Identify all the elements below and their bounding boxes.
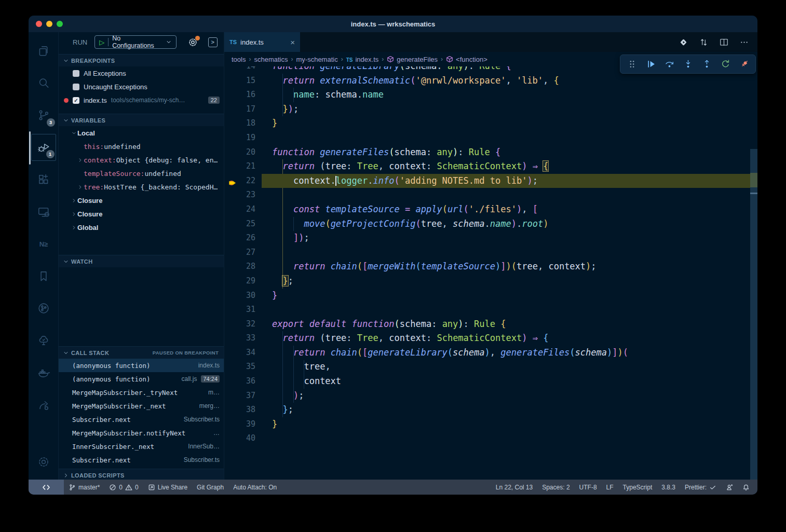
status-cursor-position[interactable]: Ln 22, Col 13 — [491, 480, 537, 495]
close-window-button[interactable] — [36, 21, 42, 27]
breadcrumb-item[interactable]: my-schematic — [296, 56, 338, 63]
code-token: chain — [331, 347, 357, 358]
status-feedback[interactable] — [721, 480, 738, 495]
activity-remote-explorer-button[interactable] — [31, 198, 56, 225]
breadcrumb-item[interactable]: schematics — [254, 56, 288, 63]
activity-search-button[interactable] — [31, 70, 56, 97]
status-notifications[interactable] — [738, 480, 754, 495]
code-token: function — [272, 66, 315, 71]
restart-button[interactable] — [718, 57, 733, 72]
minimize-window-button[interactable] — [46, 21, 52, 27]
variable-row[interactable]: context: Object {debug: false, en… — [59, 153, 224, 167]
activity-settings-button[interactable] — [31, 448, 56, 475]
status-ts-version[interactable]: 3.8.3 — [657, 480, 680, 495]
activity-gitlens-button[interactable] — [31, 295, 56, 322]
call-stack-frame[interactable]: MergeMapSubscriber._tryNextm… — [59, 386, 224, 399]
code-editor[interactable]: 14function generateLibrary(schema: any):… — [224, 66, 757, 480]
breadcrumb-item[interactable]: <function> — [446, 56, 487, 63]
code-token: ( — [464, 204, 469, 214]
continue-button[interactable] — [643, 57, 658, 72]
call-stack-frame[interactable]: MergeMapSubscriber._nextmerg… — [59, 399, 224, 413]
activity-docker-button[interactable] — [31, 359, 56, 386]
breakpoint-row[interactable]: All Exceptions — [59, 66, 224, 80]
close-tab-icon[interactable]: × — [290, 38, 295, 47]
variables-section-header[interactable]: VARIABLES — [59, 114, 224, 126]
scope-row[interactable]: Global — [59, 221, 224, 234]
activity-source-control-button[interactable]: 3 — [31, 102, 56, 129]
status-prettier[interactable]: Prettier: — [680, 480, 721, 495]
variable-row[interactable]: tree: HostTree {_backend: ScopedH… — [59, 180, 224, 194]
drag-handle-button[interactable] — [625, 57, 639, 72]
start-debug-icon[interactable]: ▷ — [99, 39, 104, 46]
code-token: return — [282, 333, 314, 343]
breadcrumb-item[interactable]: generateFiles — [387, 56, 438, 63]
status-live-share[interactable]: Live Share — [143, 480, 192, 495]
activity-explorer-button[interactable] — [31, 37, 56, 64]
breakpoint-row[interactable]: Uncaught Exceptions — [59, 80, 224, 93]
call-stack-frame[interactable]: Subscriber.nextSubscriber.ts — [59, 453, 224, 467]
tab-index-ts[interactable]: TS index.ts × — [224, 32, 300, 52]
disconnect-button[interactable] — [737, 57, 751, 72]
breakpoint-row[interactable]: ✓index.tstools/schematics/my-sch…22 — [59, 93, 224, 107]
call-stack-frame[interactable]: (anonymous function)call.js74:24 — [59, 372, 224, 386]
open-changes-icon[interactable] — [679, 37, 688, 47]
chevron-down-icon — [63, 58, 69, 64]
breadcrumb-item[interactable]: TSindex.ts — [346, 56, 379, 63]
launch-config-dropdown[interactable]: ▷ No Configurations — [94, 35, 176, 49]
status-auto-attach[interactable]: Auto Attach: On — [228, 480, 281, 495]
remote-indicator[interactable] — [29, 480, 64, 495]
zoom-window-button[interactable] — [57, 21, 63, 27]
step-over-button[interactable] — [662, 57, 676, 72]
activity-bookmarks-button[interactable] — [31, 263, 56, 290]
activity-live-share-button[interactable] — [31, 391, 56, 418]
status-eol[interactable]: LF — [602, 480, 618, 495]
code-token — [410, 204, 415, 214]
call-stack-frame[interactable]: MergeMapSubscriber.notifyNext… — [59, 426, 224, 440]
watch-section-header[interactable]: WATCH — [59, 255, 224, 267]
status-language[interactable]: TypeScript — [618, 480, 657, 495]
breakpoint-checkbox[interactable] — [73, 70, 79, 77]
call-stack-frame[interactable]: InnerSubscriber._nextInnerSub… — [59, 440, 224, 453]
breadcrumb-item[interactable]: tools — [232, 56, 246, 63]
scope-row[interactable]: Local — [59, 126, 224, 140]
breakpoints-section-header[interactable]: BREAKPOINTS — [59, 54, 224, 66]
status-git-graph[interactable]: Git Graph — [192, 480, 228, 495]
status-problems[interactable]: 00 — [104, 480, 143, 495]
activity-nx-console-button[interactable]: N≥ — [31, 230, 56, 257]
step-into-button[interactable] — [681, 57, 695, 72]
status-encoding[interactable]: UTF-8 — [575, 480, 602, 495]
status-label: Live Share — [158, 484, 187, 491]
tab-label: index.ts — [240, 38, 264, 46]
debug-console-button[interactable]: > — [208, 37, 218, 47]
watch-empty-area — [59, 267, 224, 346]
scope-row[interactable]: Closure — [59, 207, 224, 221]
code-token — [272, 161, 282, 171]
call-stack-section-header[interactable]: CALL STACK PAUSED ON BREAKPOINT — [59, 346, 224, 359]
activity-testing-button[interactable] — [31, 327, 56, 354]
code-token: ] — [500, 261, 506, 271]
step-out-button[interactable] — [699, 57, 714, 72]
more-actions-icon[interactable] — [739, 37, 749, 47]
code-token: : — [469, 66, 479, 71]
docker-icon — [37, 366, 50, 379]
call-stack-frame[interactable]: Subscriber.nextSubscriber.ts — [59, 413, 224, 426]
variable-row[interactable]: templateSource: undefined — [59, 167, 224, 180]
line-number: 34 — [224, 346, 255, 360]
debug-settings-gear-button[interactable] — [188, 37, 198, 47]
status-indentation[interactable]: Spaces: 2 — [537, 480, 574, 495]
code-token: url — [448, 204, 464, 214]
status-label: LF — [606, 484, 614, 491]
activity-run-debug-button[interactable]: 1 — [31, 134, 56, 161]
code-token — [500, 66, 506, 71]
editor-scrollbar[interactable] — [750, 149, 757, 480]
breakpoint-checkbox[interactable] — [73, 84, 79, 90]
call-stack-frame[interactable]: (anonymous function)index.ts — [59, 359, 224, 372]
split-editor-icon[interactable] — [719, 37, 729, 47]
variable-row[interactable]: this: undefined — [59, 140, 224, 153]
breakpoint-checkbox[interactable]: ✓ — [73, 97, 79, 104]
activity-extensions-button[interactable] — [31, 166, 56, 193]
status-git-branch[interactable]: master* — [64, 480, 104, 495]
loaded-scripts-section-header[interactable]: LOADED SCRIPTS — [59, 469, 224, 480]
scope-row[interactable]: Closure — [59, 194, 224, 207]
compare-changes-icon[interactable] — [699, 37, 709, 47]
